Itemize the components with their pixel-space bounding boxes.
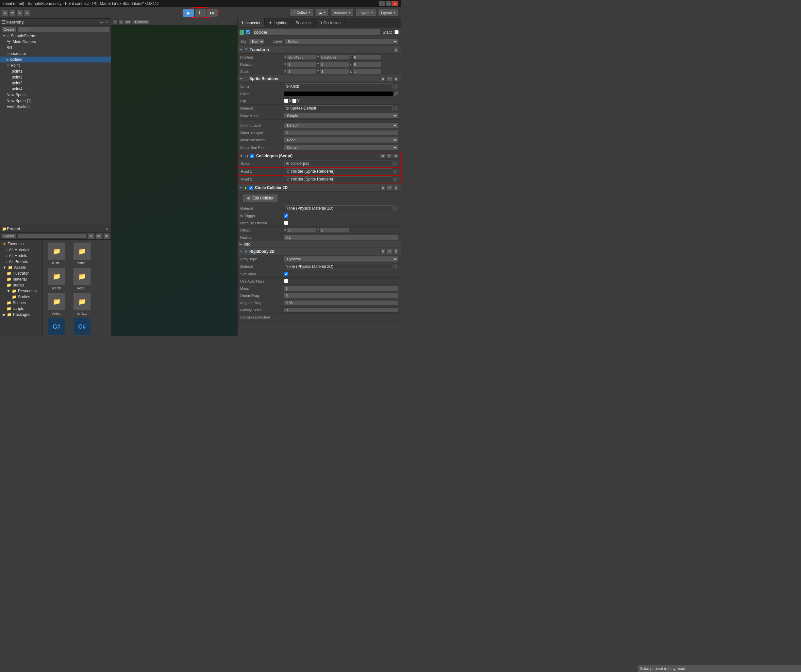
info-section[interactable]: ▶ Info	[238, 241, 400, 248]
copy-icon[interactable]: ⧉	[380, 153, 385, 159]
file-item-scrip[interactable]: 📁 scrip...	[71, 293, 93, 315]
file-item-illustr[interactable]: 📁 illustr...	[45, 242, 68, 265]
circle-collider-header[interactable]: ▼ ● Circle Collider 2D ⧉ ↷ ⚙	[238, 184, 400, 192]
edit-collider-button[interactable]: ⊕ Edit Collider	[243, 194, 278, 202]
scale-z-input[interactable]	[352, 69, 382, 74]
hierarchy-item-samplescene[interactable]: ▼ ⊙ SampleScene*	[0, 33, 111, 39]
layers-dropdown[interactable]: Layers	[355, 9, 376, 17]
minimize-button[interactable]: —	[379, 1, 385, 6]
angular-drag-input[interactable]	[284, 300, 398, 305]
tool-icon[interactable]: 100	[124, 19, 131, 24]
tab-services[interactable]: Services	[291, 18, 315, 27]
file-item-prefab[interactable]: 📁 prefab	[45, 268, 68, 290]
hierarchy-item-collider[interactable]: ▶ collider	[0, 56, 111, 63]
effector-checkbox[interactable]	[284, 221, 288, 225]
rotation-x-input[interactable]	[287, 62, 316, 67]
project-menu-icon[interactable]: ≡	[105, 227, 109, 231]
hierarchy-item-linecreator[interactable]: Linecreator	[0, 51, 111, 56]
project-create-button[interactable]: Create	[1, 234, 17, 239]
paste-icon[interactable]: ↷	[387, 249, 392, 254]
object-name-input[interactable]	[252, 29, 381, 35]
color-swatch[interactable]	[284, 91, 394, 97]
file-item-assign[interactable]: C# assign...	[45, 318, 68, 336]
tool-icon[interactable]: △	[118, 19, 124, 24]
auto-mass-checkbox[interactable]	[284, 279, 288, 283]
scale-y-input[interactable]	[320, 69, 349, 74]
hierarchy-item-point3[interactable]: point3	[0, 80, 111, 86]
point1-select-btn[interactable]: ○	[393, 169, 397, 174]
tool-w[interactable]: W	[9, 10, 16, 16]
simulated-checkbox[interactable]	[284, 272, 288, 276]
layer-select[interactable]: Default	[285, 39, 398, 45]
all-materials-item[interactable]: ○ All Materials	[0, 247, 42, 253]
hierarchy-search-input[interactable]	[18, 27, 110, 32]
file-item-mater[interactable]: 📁 mater...	[71, 242, 93, 265]
material-select-btn[interactable]: ○	[394, 106, 398, 111]
paste-icon[interactable]: ↷	[387, 153, 392, 159]
hierarchy-item-newsprite1[interactable]: New Sprite (1)	[0, 98, 111, 104]
body-type-select[interactable]: Dynamic	[284, 256, 398, 262]
mass-input[interactable]	[284, 286, 398, 291]
copy-icon[interactable]: ⧉	[380, 249, 386, 254]
file-item-collid[interactable]: C# collid...	[71, 318, 93, 336]
collab-dropdown[interactable]: ✓ Collab	[290, 9, 314, 17]
tool-r[interactable]: R	[24, 10, 30, 16]
sort-point-select[interactable]: Center	[284, 145, 398, 150]
project-lock-icon[interactable]: —	[99, 227, 104, 231]
project-search-input[interactable]	[18, 234, 86, 239]
tree-item-resources[interactable]: ▼ 📁 Resources	[0, 288, 42, 294]
file-item-reso[interactable]: 📁 Reso...	[71, 268, 93, 290]
rb-material-select-btn[interactable]: ○	[394, 264, 398, 269]
sprite-select-btn[interactable]: ○	[394, 84, 398, 89]
scale-x-input[interactable]	[287, 69, 316, 74]
settings-icon[interactable]: ⚙	[394, 76, 399, 81]
circle-collider-active-checkbox[interactable]	[249, 186, 253, 190]
tab-inspector[interactable]: ℹ Inspector	[238, 18, 265, 27]
colliderpos-active-checkbox[interactable]	[250, 154, 254, 158]
packages-header[interactable]: ▶ 📁 Packages	[0, 312, 42, 317]
tag-select[interactable]: line	[249, 39, 265, 45]
rigidbody-header[interactable]: ▼ ⊞ Rigidbody 2D ⧉ ↷ ⚙	[238, 248, 400, 255]
hierarchy-create-button[interactable]: Create	[1, 27, 17, 32]
tool-qwerty[interactable]: Q	[2, 10, 8, 16]
tab-lighting[interactable]: ☀ Lighting	[265, 18, 291, 27]
mask-select[interactable]: None	[284, 137, 398, 143]
close-button[interactable]: ✕	[392, 1, 398, 6]
position-y-input[interactable]	[320, 55, 349, 60]
point2-select-btn[interactable]: ○	[393, 177, 397, 182]
color-eyedropper-icon[interactable]: 🖊	[394, 92, 398, 96]
sprite-renderer-header[interactable]: ▼ ⊡ Sprite Renderer ⧉ ↷ ⚙	[238, 75, 400, 83]
transform-settings-icon[interactable]: ⚙	[394, 47, 399, 52]
tree-item-prefab[interactable]: 📁 prefab	[0, 282, 42, 288]
settings-icon[interactable]: ⚙	[394, 249, 399, 254]
flip-y-checkbox[interactable]	[292, 99, 296, 103]
offset-x-input[interactable]	[287, 227, 316, 233]
project-filter-btn[interactable]: ⊕	[88, 233, 94, 239]
hierarchy-item-point4[interactable]: point4	[0, 86, 111, 92]
static-checkbox[interactable]	[394, 30, 399, 34]
hierarchy-item-point1[interactable]: point1	[0, 68, 111, 74]
file-item-scen[interactable]: 📁 Scen...	[45, 293, 68, 315]
step-button[interactable]: ⏭	[206, 8, 218, 17]
gravity-input[interactable]	[284, 308, 398, 313]
radius-input[interactable]	[284, 235, 398, 240]
tree-item-material[interactable]: 📁 material	[0, 276, 42, 282]
position-x-input[interactable]	[287, 55, 316, 60]
trigger-checkbox[interactable]	[284, 214, 288, 218]
linear-drag-input[interactable]	[284, 293, 398, 298]
copy-icon[interactable]: ⧉	[380, 185, 386, 190]
hierarchy-item-point[interactable]: ▼ Point	[0, 63, 111, 68]
pause-button[interactable]: ⏸	[195, 8, 206, 17]
draw-mode-select[interactable]: Simple	[284, 113, 398, 119]
tree-item-illustrator[interactable]: 📁 illustrator	[0, 271, 42, 276]
order-input[interactable]	[284, 130, 398, 135]
maximize-button[interactable]: □	[386, 1, 391, 6]
colliderpos-header[interactable]: ▼ ⊡ Colliderpos (Script) ⧉ ↷ ⚙	[238, 152, 400, 160]
hierarchy-menu-icon[interactable]: ≡	[105, 20, 109, 24]
paste-icon[interactable]: ↷	[387, 76, 392, 81]
tree-item-scenes[interactable]: 📁 Scenes	[0, 300, 42, 306]
position-z-input[interactable]	[352, 55, 382, 60]
all-models-item[interactable]: ○ All Models	[0, 253, 42, 259]
object-active-checkbox[interactable]	[246, 30, 250, 34]
hierarchy-item-eventsystem[interactable]: EventSystem	[0, 104, 111, 110]
